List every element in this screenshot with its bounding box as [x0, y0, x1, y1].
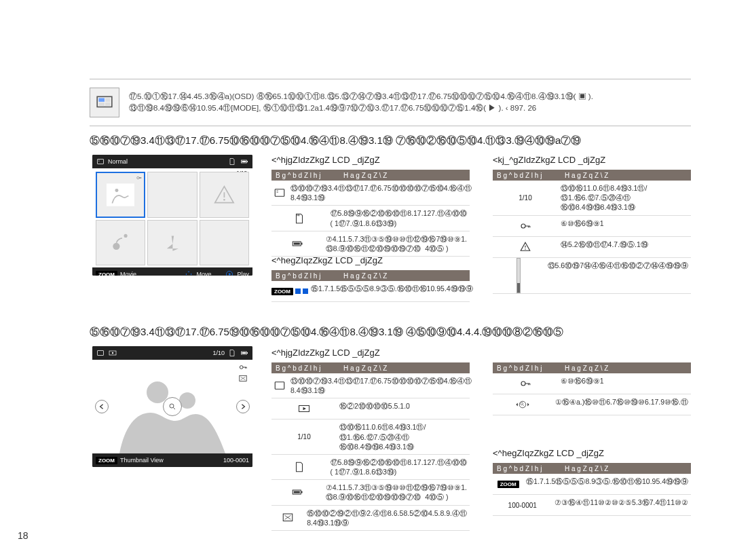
battery-icon: [289, 486, 305, 498]
svg-point-32: [170, 404, 174, 408]
play-label: Play: [237, 271, 249, 276]
tip-text: ⑰5.⑩①⑯17.⑭4.45.3⑯④a)(OSD) ⑧⑯65.1⑩⑩①⑪8.⑬5…: [129, 91, 593, 113]
tip-line1: ⑰5.⑩①⑯17.⑭4.45.3⑯④a)(OSD) ⑧⑯65.1⑩⑩①⑪8.⑬5…: [129, 91, 593, 102]
lcd2-top-bar: 1/10: [92, 346, 252, 360]
cell: ⑬⑩⑯11.0.6⑪8.4⑲3.1⑪/ ⑬1.⑯6.⑫7.⑤⑳④⑪ ⑯⑩8.4⑲…: [558, 181, 691, 215]
tip-screen-icon: [90, 88, 119, 117]
zoom-label: ZOOM: [96, 457, 117, 464]
zoom-pill-icon: ZOOM: [497, 481, 519, 488]
storage-icon: [271, 379, 288, 392]
thumbnail-grid: 1/10: [92, 168, 252, 267]
file-number: 100-0001: [223, 457, 249, 464]
cell: ⑰5.8⑲⑨⑯②⑩⑯⑩⑪8.17.127.⑪④⑩⑩ ( 1⑰7.⑨1.8.6⑬3…: [328, 206, 470, 230]
svg-point-11: [137, 176, 139, 179]
battery-icon: [240, 349, 249, 357]
svg-point-41: [521, 403, 523, 405]
svg-rect-3: [98, 102, 105, 106]
svg-rect-22: [98, 351, 104, 356]
page-number: 18: [18, 530, 29, 541]
svg-rect-19: [294, 242, 300, 244]
svg-rect-9: [107, 183, 135, 206]
warning-icon: [517, 241, 533, 253]
svg-rect-36: [301, 491, 303, 493]
thumbnail-1[interactable]: [96, 172, 145, 218]
hdr-indicator: B g ^ b d Z l h j: [493, 172, 562, 179]
thumbnail-2[interactable]: [147, 172, 197, 218]
cell: ⑯②2⑩⑩⑩⑩5.5.1.0: [337, 398, 470, 419]
lcd-mode-label: Normal: [108, 158, 128, 165]
section1-title: ⑮⑯⑩⑦⑲3.4⑪⑬⑰17.⑰6.75⑩⑯⑩⑩⑦⑮⑩4.⑯④⑪8.④⑲3.1⑲ …: [90, 134, 581, 147]
svg-point-13: [113, 242, 120, 249]
svg-point-30: [240, 366, 243, 369]
indicator-table-1b: B g ^ b d Z l h jH a g Z q Z \ Z 1/10⑬⑩⑯…: [493, 170, 691, 294]
cell: ⑬⑩⑩⑦⑲3.4⑪⑬⑰17.⑰6.75⑩⑩⑩⑩⑦⑮⑩4.⑯④⑪ 8.4⑲3.1⑲: [288, 181, 474, 205]
cell: ①⑯④a.)⑯⑩⑪6.7⑯⑩⑲⑩6.17.9⑩⑯.⑪: [552, 394, 691, 415]
zoom-button[interactable]: [163, 397, 182, 416]
indicator-table-3b: B g ^ b d Z l h jH a g Z q Z \ Z ⑥⑩⑯6⑲⑨1…: [493, 362, 691, 415]
indicator-table-2a: B g ^ b d Z l h jH a g Z q Z \ Z ZOOM⑮1.…: [271, 270, 470, 302]
hdr-indicator: B g ^ b d Z l h j: [271, 272, 341, 280]
cell: ⑬⑩⑩⑦⑲3.4⑪⑬⑰17.⑰6.75⑩⑩⑩⑩⑦⑮⑩4.⑯④⑪ 8.4⑲3.1⑲: [288, 373, 474, 398]
heading-bottom-lcd-2: <^hegZIqzZkgZ LCD _djZgZ: [493, 448, 604, 458]
lcd-thumbnail-view: Normal 1/10 ZOOM Movie: [92, 155, 252, 276]
next-button[interactable]: [236, 400, 250, 413]
heading-right-lcd: <kj_^gZIdzZkgZ LCD _djZgZ: [493, 155, 605, 165]
counter-icon: 1/10: [297, 433, 310, 441]
lcd-single-view: 1/10: [92, 346, 252, 467]
warning-icon: [210, 181, 239, 208]
cell: ⑬⑩⑯11.0.6⑪8.4⑲3.1⑪/ ⑬1.⑯6.⑫7.⑤⑳④⑪ ⑯⑩8.4⑲…: [337, 419, 470, 454]
file-number-icon: 100-0001: [508, 502, 537, 509]
hdr-indicator: B g ^ b d Z l h j: [493, 465, 562, 472]
cell: ⑮⑩⑩②⑲②⑪⑨2.④⑪8.6.58.5②⑩4.5.8.9.④⑪ 8.4⑲3.1…: [304, 506, 470, 530]
slideshow-icon: [296, 403, 312, 415]
svg-point-10: [115, 189, 118, 192]
svg-rect-26: [242, 352, 246, 354]
svg-point-14: [124, 234, 128, 237]
hdr-meaning: H a g Z q Z \ Z: [341, 172, 470, 179]
svg-rect-1: [98, 98, 105, 102]
svg-point-20: [521, 224, 525, 228]
thumbnail-4[interactable]: [96, 220, 145, 266]
search-circle-icon: [514, 398, 531, 411]
battery-icon: [289, 238, 305, 250]
svg-rect-33: [275, 382, 284, 390]
storage-type-icon: [96, 349, 105, 357]
slideshow-icon: [108, 349, 117, 357]
cell: ⑮1.7.1.5⑮⑤⑤⑤8.9③⑤.⑯⑩⑪⑯10.95.4⑲⑲⑨: [308, 281, 476, 301]
battery-icon: [240, 157, 249, 166]
lcd-top-bar: Normal: [92, 155, 252, 168]
indicator-table-3a: B g ^ b d Z l h jH a g Z q Z \ Z ⑬⑩⑩⑦⑲3.…: [271, 362, 470, 531]
cell: ⑬5.6⑩⑲7⑭④⑯④⑪⑯⑩②⑦⑭④⑲⑲⑨: [545, 258, 691, 293]
storage-icon: [271, 187, 288, 199]
hdr-meaning: H a g Z q Z \ Z: [562, 172, 691, 179]
lock-icon: [136, 174, 143, 181]
thumbnail-5[interactable]: [147, 220, 197, 266]
edit-icon: [280, 512, 296, 524]
svg-rect-16: [275, 189, 284, 197]
sd-icon: [291, 461, 307, 473]
cell: ⑥⑩⑯6⑲⑨1: [558, 373, 691, 394]
key-icon: [517, 220, 533, 232]
svg-rect-7: [247, 161, 248, 162]
svg-rect-37: [294, 491, 300, 493]
manual-page: 18 ⑰5.⑩①⑯17.⑭4.45.3⑯④a)(OSD) ⑧⑯65.1⑩⑩①⑪8…: [0, 0, 733, 560]
svg-rect-5: [98, 160, 104, 164]
cell: ⑦4.11.5.7.3⑪③⑤⑲⑩⑩⑪⑫⑲⑯7⑲⑩⑨1. ⑬8.⑨⑩⑯⑪⑫⑩⑲⑩⑲…: [323, 231, 470, 256]
prev-button[interactable]: [95, 400, 109, 413]
hdr-indicator: B g ^ b d Z l h j: [493, 365, 562, 372]
zoom-label: ZOOM: [96, 271, 117, 276]
lcd2-bottom-bar: ZOOM Thumbnail View 100-0001: [92, 453, 252, 467]
storage-type-icon: [96, 157, 105, 166]
svg-point-39: [521, 381, 525, 386]
thumbnail-3[interactable]: [200, 172, 249, 218]
indicator-table-3c: B g ^ b d Z l h jH a g Z q Z \ Z ZOOM⑮1.…: [493, 463, 691, 516]
thumbnail-6[interactable]: [200, 220, 249, 266]
hdr-meaning: H a g Z q Z \ Z: [562, 465, 691, 472]
svg-rect-8: [242, 161, 246, 162]
cell: ⑦4.11.5.7.3⑪③⑤⑲⑩⑩⑪⑫⑲⑯7⑲⑩⑨1. ⑬8.⑨⑩⑯⑪⑫⑩⑲⑩⑲…: [323, 480, 470, 504]
cell: ⑮1.7.1.5⑮⑤⑤⑤8.9③⑤.⑯⑩⑪⑯10.95.4⑲⑲⑨: [523, 474, 691, 494]
cell: ⑰5.8⑲⑨⑯②⑩⑯⑩⑪8.17.127.⑪④⑩⑩ ( 1⑰7.⑨1.8.6⑬3…: [328, 455, 470, 479]
move-label: Move: [196, 271, 211, 276]
volume-bar-icon: [516, 258, 521, 293]
indicator-table-1a: B g ^ b d Z l h jH a g Z q Z \ Z ⑬⑩⑩⑦⑲3.…: [271, 170, 470, 257]
